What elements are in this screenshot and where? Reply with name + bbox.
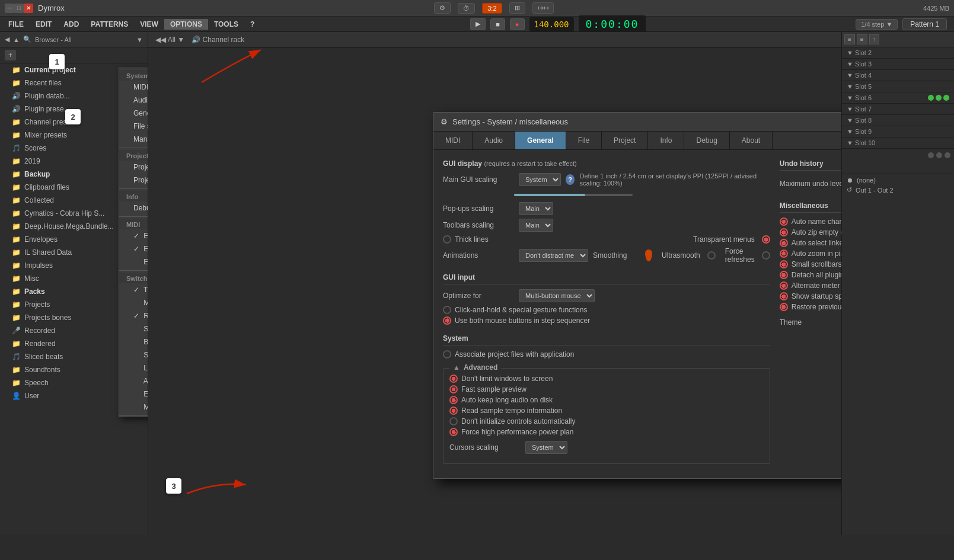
both-buttons-radio[interactable] bbox=[443, 316, 451, 325]
dropdown-enable-midi-output[interactable]: ✓ Enable MIDI output bbox=[119, 242, 148, 255]
settings-content: GUI display (requires a restart to take … bbox=[433, 150, 841, 478]
right-dot-1 bbox=[928, 152, 934, 158]
tab-about[interactable]: About bbox=[730, 132, 773, 149]
close-icon[interactable]: ✕ bbox=[24, 4, 33, 13]
dropdown-audio-settings[interactable]: Audio settings bbox=[119, 94, 148, 107]
dropdown-general-settings[interactable]: General settings bbox=[119, 107, 148, 120]
dropdown-manage-plugins[interactable]: Manage plugins bbox=[119, 133, 148, 146]
dropdown-multilink[interactable]: Multilink to controllers Ctrl+J bbox=[119, 401, 148, 414]
alternate-meter-radio[interactable] bbox=[780, 281, 788, 290]
sidebar-dropdown-icon[interactable]: ▼ bbox=[136, 36, 143, 43]
auto-name-radio[interactable] bbox=[780, 217, 788, 226]
toolbars-scaling-select[interactable]: Main bbox=[519, 219, 553, 232]
force-power-radio[interactable] bbox=[449, 428, 458, 436]
dropdown-enable-midi-remote[interactable]: ✓ Enable MIDI remote control bbox=[119, 229, 148, 242]
associate-files-radio[interactable] bbox=[443, 350, 451, 359]
optimize-for-select[interactable]: Multi-button mouse bbox=[519, 289, 595, 302]
dropdown-project-info[interactable]: Project info F11 bbox=[119, 174, 148, 187]
auto-keep-radio[interactable] bbox=[449, 396, 458, 404]
right-panel-icon-1[interactable]: ≡ bbox=[844, 34, 855, 44]
small-scroll-radio[interactable] bbox=[780, 260, 788, 268]
dropdown-enable-groups[interactable]: Enable groups Shift+Alt+G bbox=[119, 388, 148, 401]
tab-info[interactable]: Info bbox=[648, 132, 684, 149]
dropdown-start-on-input[interactable]: Start on input Ctrl+I bbox=[119, 322, 148, 335]
popups-scaling-select[interactable]: Main bbox=[519, 202, 553, 215]
ppi-slider[interactable] bbox=[514, 194, 633, 196]
play-button[interactable]: ▶ bbox=[470, 18, 486, 30]
dropdown-typing-keyboard[interactable]: ✓ Typing keyboard to piano Ctrl+T bbox=[119, 283, 148, 296]
menu-edit[interactable]: EDIT bbox=[30, 19, 58, 30]
green-dot-2 bbox=[936, 95, 942, 101]
cursors-scaling-select[interactable]: System bbox=[525, 441, 567, 454]
info-icon[interactable]: ? bbox=[566, 174, 575, 185]
record-button[interactable]: ● bbox=[510, 18, 525, 30]
toolbar-btn-1[interactable]: ⚙ bbox=[434, 2, 451, 14]
auto-select-radio[interactable] bbox=[780, 239, 788, 247]
dropdown-step-edit[interactable]: Step edit Ctrl+E bbox=[119, 348, 148, 361]
menu-options[interactable]: OPTIONS bbox=[164, 19, 208, 30]
user-icon: 👤 bbox=[12, 392, 21, 400]
tab-debug[interactable]: Debug bbox=[684, 132, 729, 149]
menu-file[interactable]: FILE bbox=[2, 19, 30, 30]
gui-input-section: GUI input Optimize for Multi-button mous… bbox=[443, 273, 770, 325]
dropdown-blend-recorded[interactable]: Blend recorded notes Ctrl+B bbox=[119, 335, 148, 348]
read-tempo-radio[interactable] bbox=[449, 407, 458, 415]
dont-limit-radio[interactable] bbox=[449, 375, 458, 383]
dropdown-debugging-log[interactable]: Debugging log bbox=[119, 201, 148, 215]
transparent-menus-radio[interactable] bbox=[762, 235, 770, 244]
output-label: Out 1 - Out 2 bbox=[856, 187, 894, 194]
tab-midi[interactable]: MIDI bbox=[433, 132, 473, 149]
advanced-collapse-button[interactable]: ▲ bbox=[453, 363, 460, 372]
detach-radio[interactable] bbox=[780, 271, 788, 279]
dropdown-section-project: Project Project general settings Project… bbox=[119, 148, 148, 189]
tab-audio[interactable]: Audio bbox=[473, 132, 515, 149]
dont-init-radio[interactable] bbox=[449, 417, 458, 425]
force-refreshes-radio[interactable] bbox=[762, 251, 770, 260]
stop-button[interactable]: ■ bbox=[490, 18, 505, 30]
thick-lines-radio[interactable] bbox=[443, 235, 451, 244]
pattern-select[interactable]: Pattern 1 bbox=[902, 18, 947, 30]
dropdown-file-settings[interactable]: File settings bbox=[119, 120, 148, 133]
menu-help[interactable]: ? bbox=[244, 19, 260, 30]
splash-radio[interactable] bbox=[780, 292, 788, 300]
misc-auto-name: Auto name channels bbox=[780, 217, 841, 226]
toolbar-btn-5[interactable]: ↦↤ bbox=[532, 2, 554, 14]
right-panel-icon-3[interactable]: ↑ bbox=[869, 34, 879, 44]
main-gui-scaling-select[interactable]: System bbox=[519, 173, 561, 186]
tab-project[interactable]: Project bbox=[602, 132, 648, 149]
dropdown-section-system: System MIDI settings F10 Audio settings … bbox=[119, 68, 148, 148]
dropdown-auto-scrolling[interactable]: Auto scrolling bbox=[119, 375, 148, 388]
dropdown-project-general[interactable]: Project general settings bbox=[119, 161, 148, 174]
restore-solo-radio[interactable] bbox=[780, 303, 788, 311]
tab-general[interactable]: General bbox=[515, 132, 566, 149]
dropdown-section-switches: Switches ✓ Typing keyboard to piano Ctrl… bbox=[119, 271, 148, 416]
menu-patterns[interactable]: PATTERNS bbox=[85, 19, 134, 30]
sidebar-back-icon[interactable]: ◀ bbox=[5, 36, 9, 43]
dropdown-recording-precount[interactable]: ✓ Recording precount Ctrl+P bbox=[119, 309, 148, 322]
restore-icon[interactable]: □ bbox=[14, 4, 24, 13]
dropdown-metronome[interactable]: Metronome Ctrl+M bbox=[119, 296, 148, 309]
minimize-icon[interactable]: ─ bbox=[5, 4, 14, 13]
dropdown-enable-midi-sync[interactable]: Enable MIDI master sync bbox=[119, 255, 148, 268]
menu-view[interactable]: VIEW bbox=[134, 19, 164, 30]
auto-zip-radio[interactable] bbox=[780, 228, 788, 236]
toolbar-btn-2[interactable]: ⏱ bbox=[458, 3, 475, 14]
fast-preview-radio[interactable] bbox=[449, 385, 458, 393]
toolbar-btn-4[interactable]: ⊞ bbox=[509, 2, 525, 14]
menu-tools[interactable]: TOOLS bbox=[208, 19, 244, 30]
dropdown-midi-settings[interactable]: MIDI settings F10 bbox=[119, 81, 148, 94]
ultrasmooth-radio[interactable] bbox=[707, 251, 716, 260]
auto-zoom-radio[interactable] bbox=[780, 249, 788, 258]
tab-file[interactable]: File bbox=[566, 132, 602, 149]
menu-add[interactable]: ADD bbox=[58, 19, 85, 30]
click-hold-radio[interactable] bbox=[443, 306, 451, 314]
sidebar-up-icon[interactable]: ▲ bbox=[13, 36, 20, 43]
both-buttons-row: Use both mouse buttons in step sequencer bbox=[443, 316, 770, 325]
step-size[interactable]: 1/4 step ▼ bbox=[856, 19, 898, 30]
dropdown-loop-record[interactable]: Loop record bbox=[119, 361, 148, 375]
right-panel-icon-2[interactable]: ≡ bbox=[857, 34, 867, 44]
animations-select[interactable]: Don't distract me bbox=[519, 249, 588, 262]
toolbar-btn-3[interactable]: 3:2 bbox=[482, 3, 502, 14]
sidebar-search-icon[interactable]: 🔍 bbox=[23, 36, 31, 43]
sidebar-add-icon[interactable]: + bbox=[5, 50, 16, 60]
